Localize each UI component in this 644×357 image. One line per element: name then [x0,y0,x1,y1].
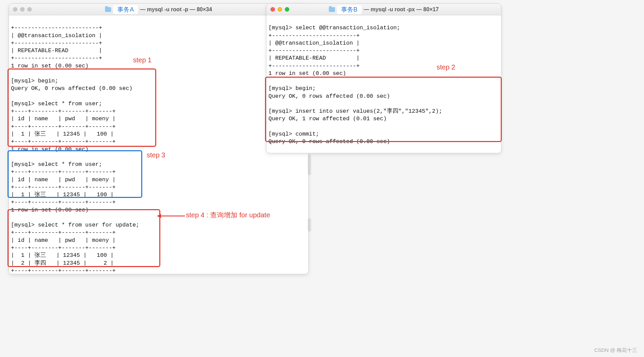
scrollbar-a2[interactable] [308,218,311,232]
watermark: CSDN @ 梅花十三 [594,347,637,354]
maximize-icon[interactable] [285,7,289,12]
traffic-lights [270,7,289,12]
folder-icon [329,7,335,12]
step3-after: 1 row in set (0.00 sec) [11,207,89,213]
terminal-body-b[interactable]: [mysql> select @@transaction_isolation; … [266,15,501,153]
step2-block: [mysql> begin; Query OK, 0 rows affected… [268,85,442,145]
step3-block: [mysql> select * from user; +----+------… [11,161,116,205]
titlebar-b[interactable]: 事务B — mysql -u root -px — 80×17 [266,4,501,15]
traffic-lights [13,7,32,12]
minimize-icon[interactable] [278,7,282,12]
window-title-a: — mysql -u root -p — 80×34 [140,6,212,13]
titlebar-a[interactable]: 事务A — mysql -u root -p — 80×34 [9,4,308,15]
isolation-output: +-------------------------+ | @@transact… [11,25,102,69]
window-title-b: — mysql -u root -px — 80×17 [364,6,439,13]
scrollbar-a[interactable] [308,155,311,175]
terminal-body-a[interactable]: +-------------------------+ | @@transact… [9,15,308,274]
maximize-icon[interactable] [27,7,32,12]
tab-label-b: 事务B [337,5,362,14]
terminal-window-b: 事务B — mysql -u root -px — 80×17 [mysql> … [266,3,501,153]
close-icon[interactable] [270,7,275,12]
close-icon[interactable] [13,7,17,12]
tab-label-a: 事务A [113,5,138,14]
minimize-icon[interactable] [20,7,25,12]
isolation-output-b: [mysql> select @@transaction_isolation; … [268,25,400,77]
step1-block: [mysql> begin; Query OK, 0 rows affected… [11,78,132,152]
step4-block: [mysql> select * from user for update; +… [11,222,139,274]
folder-icon [105,7,111,12]
terminal-window-a: 事务A — mysql -u root -p — 80×34 +--------… [9,3,309,274]
